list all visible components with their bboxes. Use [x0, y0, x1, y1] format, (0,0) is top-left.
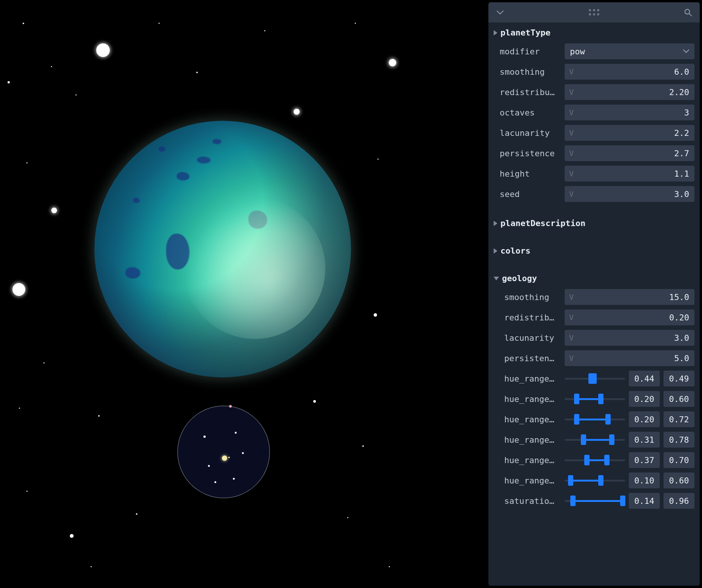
param-label: lacunarity [500, 128, 561, 138]
range-hi-input[interactable]: 0.78 [664, 432, 694, 448]
param-smoothing: smoothing 6.0 [491, 62, 697, 82]
slider-handle-hi[interactable] [604, 455, 610, 465]
geology-persistence: persisten… 5.0 [491, 348, 697, 368]
slider-handle-lo[interactable] [570, 496, 576, 506]
folder-label: geology [502, 274, 537, 283]
range-lo-input[interactable]: 0.37 [629, 452, 660, 468]
range-lo-input[interactable]: 0.31 [629, 432, 660, 448]
param-label: modifier [500, 47, 561, 56]
number-input[interactable]: 6.0 [565, 64, 694, 80]
range-lo-input[interactable]: 0.10 [629, 473, 660, 488]
number-input[interactable]: 2.7 [565, 145, 694, 161]
select-value: pow [570, 47, 585, 56]
range-slider[interactable] [565, 473, 625, 488]
param-label: lacunarity [504, 333, 561, 343]
slider-handle-lo[interactable] [574, 414, 579, 425]
slider-handle-hi[interactable] [609, 434, 614, 445]
number-input[interactable]: 3.0 [565, 330, 694, 346]
folder-geology[interactable]: geology [491, 270, 697, 287]
slider-handle-hi[interactable] [620, 496, 625, 506]
param-modifier: modifier pow [491, 41, 697, 62]
geology-range-row: hue_range… 0.10 0.60 [491, 470, 697, 491]
geology-range-row: hue_range… 0.44 0.49 [491, 368, 697, 389]
number-input[interactable]: 15.0 [565, 289, 694, 305]
param-label: saturatio… [504, 496, 561, 506]
range-hi-input[interactable]: 0.96 [664, 493, 694, 509]
geology-range-row: hue_range… 0.20 0.72 [491, 409, 697, 429]
number-input[interactable]: 3 [565, 105, 694, 120]
number-input[interactable]: 0.20 [565, 309, 694, 325]
panel-header [488, 2, 700, 23]
param-label: redistribu… [500, 88, 561, 97]
range-slider[interactable] [565, 432, 625, 448]
param-label: octaves [500, 108, 561, 117]
range-slider[interactable] [565, 371, 625, 386]
param-label: seed [500, 189, 561, 199]
modifier-select[interactable]: pow [565, 43, 694, 59]
planet-render[interactable] [94, 121, 351, 377]
inspector-panel: planetType modifier pow smoothing 6.0 re… [488, 2, 700, 586]
param-lacunarity: lacunarity 2.2 [491, 123, 697, 143]
folder-colors[interactable]: colors [491, 242, 697, 259]
folder-label: colors [500, 246, 530, 256]
param-label: smoothing [504, 292, 561, 302]
geology-smoothing: smoothing 15.0 [491, 287, 697, 307]
param-label: hue_range… [504, 374, 561, 383]
param-label: smoothing [500, 67, 561, 77]
slider-handle-hi[interactable] [598, 394, 603, 404]
number-input[interactable]: 2.2 [565, 125, 694, 141]
panel-search-button[interactable] [683, 8, 693, 17]
range-slider[interactable] [565, 391, 625, 407]
caret-right-icon [494, 30, 497, 35]
minimap[interactable] [177, 406, 270, 498]
slider-handle-hi[interactable] [605, 414, 611, 425]
range-hi-input[interactable]: 0.70 [664, 452, 694, 468]
range-lo-input[interactable]: 0.20 [629, 391, 660, 407]
slider-handle-lo[interactable] [568, 475, 573, 486]
param-seed: seed 3.0 [491, 184, 697, 204]
panel-drag-handle[interactable] [589, 9, 599, 15]
param-label: hue_range… [504, 415, 561, 424]
slider-handle-lo[interactable] [584, 455, 590, 465]
minimap-marker-icon [229, 405, 232, 408]
number-input[interactable]: 2.20 [565, 84, 694, 100]
range-lo-input[interactable]: 0.14 [629, 493, 660, 509]
range-hi-input[interactable]: 0.60 [664, 391, 694, 407]
range-slider[interactable] [565, 411, 625, 427]
param-label: redistrib… [504, 313, 561, 322]
slider-handle-lo[interactable] [581, 434, 586, 445]
param-octaves: octaves 3 [491, 102, 697, 123]
slider-handle-hi[interactable] [591, 373, 597, 384]
param-label: height [500, 169, 561, 179]
number-input[interactable]: 5.0 [565, 350, 694, 366]
param-persistence: persistence 2.7 [491, 143, 697, 163]
folder-planet-type[interactable]: planetType [491, 24, 697, 41]
param-height: height 1.1 [491, 163, 697, 184]
slider-handle-lo[interactable] [574, 394, 579, 404]
range-slider[interactable] [565, 493, 625, 509]
caret-right-icon [494, 221, 497, 226]
folder-planet-description[interactable]: planetDescription [491, 215, 697, 232]
range-slider[interactable] [565, 452, 625, 468]
param-label: persisten… [504, 354, 561, 363]
caret-right-icon [494, 248, 497, 254]
number-input[interactable]: 1.1 [565, 166, 694, 182]
range-hi-input[interactable]: 0.49 [664, 371, 694, 386]
param-label: hue_range… [504, 435, 561, 445]
chevron-down-icon [683, 49, 689, 53]
geology-lacunarity: lacunarity 3.0 [491, 328, 697, 348]
param-label: hue_range… [504, 476, 561, 485]
geology-range-row: hue_range… 0.31 0.78 [491, 429, 697, 450]
range-lo-input[interactable]: 0.44 [629, 371, 660, 386]
folder-label: planetDescription [500, 219, 585, 228]
range-lo-input[interactable]: 0.20 [629, 411, 660, 427]
range-hi-input[interactable]: 0.60 [664, 473, 694, 488]
folder-label: planetType [500, 28, 550, 37]
svg-line-1 [689, 14, 691, 16]
range-hi-input[interactable]: 0.72 [664, 411, 694, 427]
param-label: hue_range… [504, 456, 561, 465]
geology-range-row: hue_range… 0.37 0.70 [491, 450, 697, 470]
number-input[interactable]: 3.0 [565, 186, 694, 202]
slider-handle-hi[interactable] [598, 475, 603, 486]
panel-collapse-button[interactable] [495, 8, 505, 17]
